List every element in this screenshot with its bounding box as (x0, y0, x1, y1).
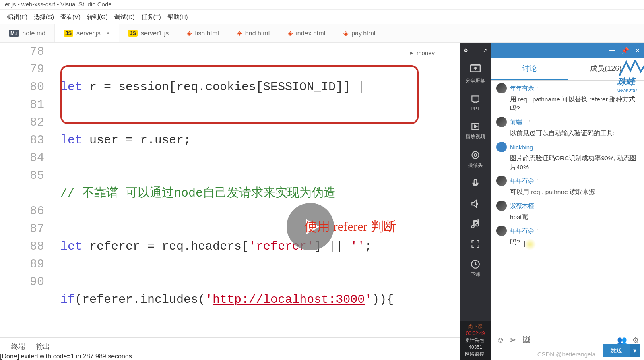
scissors-icon[interactable]: ✂ (510, 335, 517, 345)
code-editor[interactable]: 78798081828384858687888990 let r = sessi… (0, 43, 460, 337)
play-video-button[interactable]: 播放视频 (466, 121, 485, 140)
chat-messages[interactable]: 年年有余'用 req . pathname 可以替换 referer 那种方式吗… (491, 81, 644, 332)
chat-titlebar: — 📌 ✕ (491, 43, 644, 58)
close-panel-icon[interactable]: ✕ (635, 47, 640, 54)
tab-discuss[interactable]: 讨论 (491, 58, 568, 80)
terminal-panel: 终端 输出 [Done] exited with code=1 in 287.9… (0, 337, 460, 360)
watermark: CSDN @betterangela (537, 351, 596, 358)
svg-point-3 (472, 151, 479, 158)
image-icon[interactable]: 🖼 (522, 335, 530, 345)
terminal-tab[interactable]: 终端 (11, 340, 25, 353)
brand-logo: 珠峰 www.zhu (617, 60, 644, 93)
minimize-icon[interactable]: — (609, 47, 615, 54)
meeting-sidebar: ⚙ ↗ 分享屏幕 PPT 播放视频 摄像头 下课 尚下课 00:02:49 (460, 43, 491, 360)
svg-rect-1 (472, 96, 479, 101)
menu-view[interactable]: 查看(V) (58, 12, 83, 22)
menu-edit[interactable]: 编辑(E) (5, 12, 30, 22)
editor-area: ▸ money 78798081828384858687888990 let r… (0, 43, 460, 360)
tab-fish[interactable]: ◈fish.html (178, 24, 228, 42)
annotation-text: 使用 referer 判断 (304, 217, 396, 235)
fullscreen-icon[interactable] (470, 239, 481, 249)
settings-icon[interactable]: ⚙ (632, 335, 639, 345)
tab-pay[interactable]: ◈pay.html (334, 24, 384, 42)
send-button[interactable]: 发送 (603, 344, 630, 357)
menu-debug[interactable]: 调试(D) (112, 12, 137, 22)
avatar (496, 201, 507, 211)
window-title: er.js - web-xss-csrf - Visual Studio Cod… (0, 0, 644, 10)
chat-panel: — 📌 ✕ 珠峰 www.zhu 讨论 成员(126) 年年有余'用 req .… (491, 43, 644, 360)
line-gutter: 78798081828384858687888990 (0, 43, 53, 291)
svg-point-4 (474, 154, 477, 157)
music-icon[interactable] (470, 219, 481, 229)
breadcrumb-item: money (417, 50, 435, 56)
emoji-icon[interactable]: ☺ (496, 335, 504, 345)
network-status: 尚下课 00:02:49 累计丢包: 40351 网络监控: (460, 321, 491, 360)
avatar (496, 226, 507, 236)
tab-server[interactable]: JSserver.js× (55, 24, 119, 42)
camera-button[interactable]: 摄像头 (468, 150, 483, 169)
pin-icon[interactable]: 📌 (621, 47, 629, 54)
code-lines[interactable]: let r = session[req.cookies[SESSION_ID]]… (60, 43, 460, 337)
tab-index[interactable]: ◈index.html (279, 24, 334, 42)
menu-help[interactable]: 帮助(H) (165, 12, 190, 22)
menu-goto[interactable]: 转到(G) (85, 12, 110, 22)
send-group: 发送 ▾ (603, 344, 640, 357)
tab-server1[interactable]: JSserver1.js (119, 24, 178, 42)
avatar (496, 83, 507, 93)
avatar (496, 117, 507, 127)
menu-bar: 编辑(E) 选择(S) 查看(V) 转到(G) 调试(D) 任务(T) 帮助(H… (0, 10, 644, 24)
gear-icon[interactable]: ⚙ (464, 48, 468, 53)
tab-bad[interactable]: ◈bad.html (228, 24, 279, 42)
tab-note[interactable]: M↓note.md (0, 24, 55, 42)
menu-tasks[interactable]: 任务(T) (139, 12, 163, 22)
speaker-icon[interactable] (470, 199, 481, 209)
output-tab[interactable]: 输出 (36, 340, 50, 353)
avatar (496, 176, 507, 186)
editor-tabs: M↓note.md JSserver.js× JSserver1.js ◈fis… (0, 24, 644, 43)
close-icon[interactable]: × (106, 30, 110, 37)
chevron-right-icon: ▸ (410, 49, 413, 56)
share-out-icon[interactable]: ↗ (483, 48, 487, 53)
ppt-button[interactable]: PPT (470, 94, 481, 112)
menu-select[interactable]: 选择(S) (31, 12, 56, 22)
end-class-button[interactable]: 下课 (470, 259, 481, 278)
avatar (496, 142, 507, 152)
mic-icon[interactable] (470, 178, 481, 189)
terminal-output: [Done] exited with code=1 in 287.989 sec… (0, 353, 460, 360)
send-dropdown[interactable]: ▾ (630, 344, 640, 357)
add-user-icon[interactable]: 👥 (617, 335, 627, 345)
share-screen-button[interactable]: 分享屏幕 (466, 63, 485, 84)
breadcrumb[interactable]: ▸ money (406, 48, 439, 57)
